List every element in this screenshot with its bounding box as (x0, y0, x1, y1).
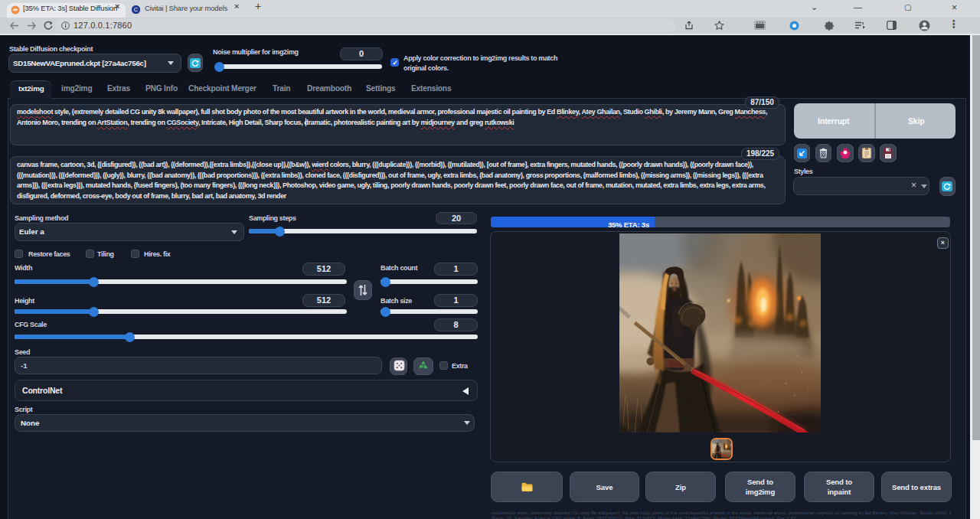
svg-text:C: C (134, 6, 139, 13)
